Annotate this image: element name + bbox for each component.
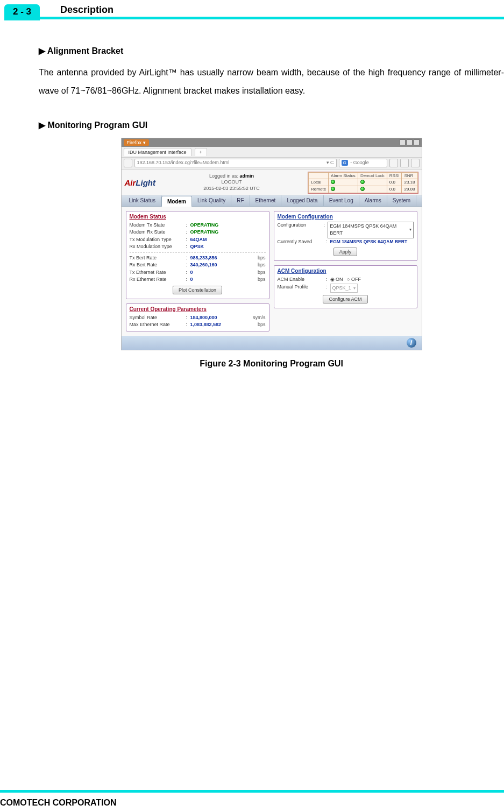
kv-key: Max Ethernet Rate — [130, 321, 186, 329]
tab-logged-data[interactable]: Logged Data — [281, 195, 323, 206]
back-button[interactable] — [124, 159, 132, 167]
config-label: Configuration — [278, 222, 324, 238]
browser-tabbar: IDU Management Interface + — [122, 147, 422, 158]
kv-unit: bps — [258, 276, 266, 284]
new-tab-button[interactable]: + — [195, 148, 207, 156]
tab-system[interactable]: System — [387, 195, 416, 206]
kv-key: Tx Ethernet Rate — [130, 269, 186, 277]
acm-radio-group: ◉ ON ○ OFF — [330, 276, 361, 284]
url-suffix: ▾ C — [326, 160, 334, 165]
logout-link[interactable]: LOGOUT — [222, 179, 242, 185]
url-text: 192.168.70.153/index.cgi?file=Modem.html — [137, 160, 230, 165]
kv-key: Symbol Rate — [130, 314, 186, 322]
tab-link-status[interactable]: Link Status — [124, 195, 161, 206]
modem-status-title: Modem Status — [130, 214, 266, 220]
status-hdr-demod: Demod Lock — [358, 172, 387, 179]
kv-val: 64QAM — [190, 236, 266, 244]
airlight-logo: AirLight — [125, 178, 156, 187]
login-info: Logged in as: admin LOGOUT 2015-02-03 23… — [160, 173, 303, 192]
kv-unit: bps — [258, 255, 266, 262]
status-hdr-blank — [309, 172, 329, 179]
profile-label: Manual Profile — [278, 284, 326, 293]
firefox-menu-button[interactable]: Firefox ▾ — [124, 139, 149, 146]
gui-screenshot: Firefox ▾ IDU Management Interface + 192… — [121, 138, 422, 350]
browser-tab[interactable]: IDU Management Interface — [124, 148, 191, 156]
status-dot-icon — [331, 187, 335, 191]
window-close-icon[interactable] — [414, 139, 420, 145]
bottom-rule — [0, 790, 504, 793]
kv-key: Rx Modulation Type — [130, 243, 186, 251]
acm-on-radio[interactable]: ◉ ON — [330, 277, 343, 282]
plot-constellation-button[interactable]: Plot Constellation — [173, 286, 222, 294]
kv-key: Tx Bert Rate — [130, 255, 186, 262]
gui-footer: i — [122, 336, 422, 350]
logo-light: Light — [136, 178, 155, 187]
kv-unit: bps — [258, 262, 266, 269]
acm-enable-label: ACM Enable — [278, 276, 326, 284]
tab-alarms[interactable]: Alarms — [359, 195, 387, 206]
status-local-rssi: 0.0 — [387, 179, 402, 186]
kv-key: Rx Bert Rate — [130, 262, 186, 269]
panels-row: Modem Status Modem Tx State:OPERATING Mo… — [122, 207, 422, 336]
profile-select[interactable]: QPSK_1 — [330, 284, 358, 293]
tab-link-quality[interactable]: Link Quality — [192, 195, 231, 206]
kv-unit: bps — [258, 321, 266, 329]
kv-key: Modem Rx State — [130, 229, 186, 236]
status-remote-rssi: 0.0 — [387, 186, 402, 193]
status-dot-icon — [360, 187, 365, 191]
tab-modem[interactable]: Modem — [161, 196, 192, 207]
status-box: Alarm Status Demod Lock RSSI SNR Local 0… — [308, 172, 418, 194]
figure-wrapper: Firefox ▾ IDU Management Interface + 192… — [39, 138, 504, 369]
kv-val: QPSK — [190, 243, 266, 251]
status-remote-snr: 29.08 — [402, 186, 417, 193]
kv-val: 0 — [190, 269, 255, 277]
status-hdr-alarm: Alarm Status — [329, 172, 358, 179]
nav-tabs: Link Status Modem Link Quality RF Ethern… — [122, 195, 422, 207]
download-icon[interactable] — [389, 159, 398, 167]
corporation-footer: COMOTECH CORPORATION — [0, 798, 117, 808]
url-input[interactable]: 192.168.70.153/index.cgi?file=Modem.html… — [134, 159, 337, 167]
status-local-label: Local — [309, 179, 329, 186]
tab-rf[interactable]: RF — [231, 195, 250, 206]
app-header: AirLight Logged in as: admin LOGOUT 2015… — [122, 170, 422, 195]
browser-titlebar: Firefox ▾ — [122, 138, 422, 147]
bookmark-icon[interactable] — [411, 159, 420, 167]
tab-event-log[interactable]: Event Log — [324, 195, 359, 206]
figure-caption: Figure 2-3 Monitoring Program GUI — [39, 359, 504, 369]
window-minimize-icon[interactable] — [400, 139, 406, 145]
alignment-paragraph: The antenna provided by AirLight™ has us… — [39, 63, 504, 101]
saved-label: Currently Saved — [278, 238, 326, 246]
current-params-title: Current Operating Parameters — [130, 306, 266, 312]
info-icon[interactable]: i — [407, 338, 416, 348]
monitoring-heading: ▶ Monitoring Program GUI — [39, 120, 504, 130]
acm-config-panel: ACM Configuration ACM Enable: ◉ ON ○ OFF… — [274, 265, 417, 308]
home-icon[interactable] — [400, 159, 409, 167]
status-dot-icon — [360, 180, 365, 184]
status-remote-label: Remote — [309, 186, 329, 193]
kv-key: Rx Ethernet Rate — [130, 276, 186, 284]
timestamp: 2015-02-03 23:55:52 UTC — [203, 186, 260, 191]
config-select[interactable]: EGM 184MSPS QPSK 64QAM BERT — [328, 222, 413, 238]
page-content: ▶ Alignment Bracket The antenna provided… — [39, 46, 504, 369]
apply-button[interactable]: Apply — [333, 248, 358, 256]
logged-in-label: Logged in as: — [209, 173, 240, 179]
status-dot-icon — [331, 180, 335, 184]
kv-val: 0 — [190, 276, 255, 284]
search-input[interactable]: G - Google — [339, 159, 387, 167]
logo-air: Air — [125, 178, 136, 187]
alignment-heading: ▶ Alignment Bracket — [39, 46, 504, 56]
window-maximize-icon[interactable] — [407, 139, 413, 145]
kv-unit: bps — [258, 269, 266, 277]
status-hdr-rssi: RSSI — [387, 172, 402, 179]
status-local-snr: 23.18 — [402, 179, 417, 186]
kv-unit: sym/s — [253, 314, 266, 322]
modem-status-panel: Modem Status Modem Tx State:OPERATING Mo… — [126, 211, 269, 299]
google-icon: G — [342, 160, 348, 166]
tab-ethernet[interactable]: Ethernet — [250, 195, 282, 206]
kv-val: 184,800,000 — [190, 314, 251, 322]
kv-val: 340,260,160 — [190, 262, 255, 269]
kv-key: Modem Tx State — [130, 222, 186, 229]
acm-off-radio[interactable]: ○ OFF — [347, 277, 361, 282]
configure-acm-button[interactable]: Configure ACM — [323, 295, 367, 303]
logged-in-user: admin — [240, 173, 254, 179]
